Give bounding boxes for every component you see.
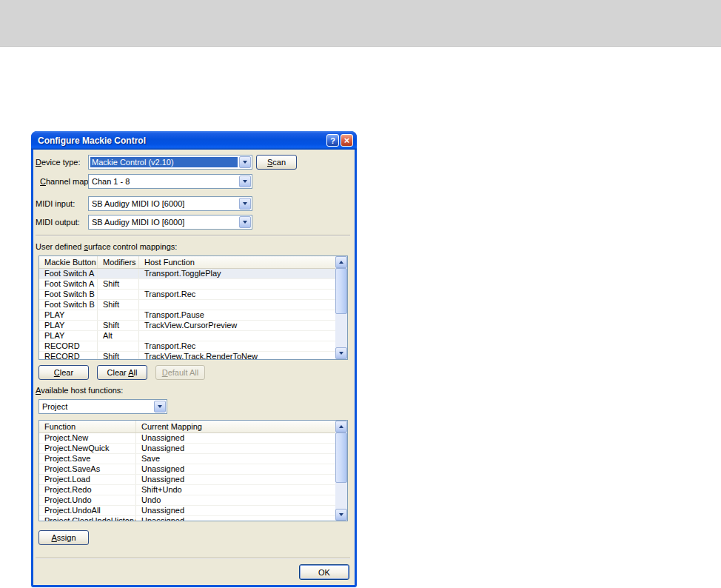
- cell-modifiers: [98, 341, 139, 351]
- dialog-titlebar[interactable]: Configure Mackie Control ? ×: [31, 131, 357, 150]
- cell-mackie-button: PLAY: [39, 331, 98, 341]
- scan-button[interactable]: Scan: [256, 155, 297, 170]
- mappings-table-body: Foot Switch A Transport.TogglePlay Foot …: [39, 269, 335, 359]
- table-row[interactable]: Project.UndoAll Unassigned: [39, 506, 335, 516]
- arrow-up-icon: [339, 425, 343, 428]
- clear-button[interactable]: Clear: [38, 365, 89, 380]
- ok-button[interactable]: OK: [299, 564, 349, 580]
- cell-modifiers: Alt: [98, 331, 139, 341]
- scroll-up-button[interactable]: [335, 256, 347, 268]
- scroll-down-button[interactable]: [335, 509, 347, 521]
- host-functions-table-body: Project.New Unassigned Project.NewQuick …: [39, 433, 335, 521]
- cell-mackie-button: Foot Switch B: [39, 290, 98, 299]
- column-header-modifiers[interactable]: Modifiers: [98, 256, 139, 268]
- close-button[interactable]: ×: [341, 134, 353, 147]
- column-header-mackie-button[interactable]: Mackie Button: [39, 256, 98, 268]
- cell-modifiers: Shift: [98, 352, 139, 359]
- cell-current-mapping: Shift+Undo: [136, 485, 335, 495]
- cell-mackie-button: RECORD: [39, 341, 98, 351]
- cell-modifiers: [98, 310, 139, 320]
- assign-button[interactable]: Assign: [38, 530, 89, 545]
- cell-mackie-button: PLAY: [39, 310, 98, 320]
- cell-host-function: Transport.Rec: [139, 341, 335, 351]
- column-header-function[interactable]: Function: [39, 421, 136, 432]
- arrow-down-icon: [339, 513, 343, 516]
- table-row[interactable]: Project.SaveAs Unassigned: [39, 464, 335, 475]
- midi-output-dropdown-button[interactable]: [239, 216, 251, 228]
- cell-mackie-button: Foot Switch A: [39, 279, 98, 289]
- device-type-select[interactable]: Mackie Control (v2.10): [88, 155, 252, 170]
- host-function-category-value: Project: [41, 401, 152, 412]
- midi-output-select[interactable]: SB Audigy MIDI IO [6000]: [88, 215, 252, 230]
- clear-all-button[interactable]: Clear All: [97, 365, 147, 380]
- host-functions-label: Available host functions:: [36, 385, 123, 395]
- table-row[interactable]: Project.Undo Undo: [39, 495, 335, 506]
- cell-modifiers: Shift: [98, 321, 139, 330]
- cell-host-function: TrackView.CursorPreview: [139, 321, 335, 330]
- chevron-down-icon: [243, 180, 247, 183]
- arrow-down-icon: [339, 352, 343, 355]
- scroll-up-button[interactable]: [335, 421, 347, 432]
- cell-modifiers: Shift: [98, 300, 139, 310]
- host-functions-scrollbar[interactable]: [335, 421, 347, 521]
- app-toolbar-area: [0, 0, 721, 47]
- midi-input-value: SB Audigy MIDI IO [6000]: [90, 198, 238, 209]
- cell-host-function: Transport.Rec: [139, 290, 335, 299]
- mappings-scrollbar[interactable]: [335, 256, 347, 359]
- table-row[interactable]: Foot Switch B Transport.Rec: [39, 290, 335, 300]
- table-row[interactable]: Project.Save Save: [39, 454, 335, 464]
- arrow-up-icon: [339, 261, 343, 264]
- cell-function: Project.ClearUndoHistory: [39, 516, 136, 521]
- cell-host-function: [139, 331, 335, 341]
- table-row[interactable]: Foot Switch A Transport.TogglePlay: [39, 269, 335, 279]
- separator: [36, 558, 350, 559]
- cell-function: Project.SaveAs: [39, 464, 136, 474]
- column-header-current-mapping[interactable]: Current Mapping: [136, 421, 335, 432]
- column-header-host-function[interactable]: Host Function: [139, 256, 335, 268]
- mappings-table-header: Mackie Button Modifiers Host Function: [39, 256, 335, 269]
- midi-input-select[interactable]: SB Audigy MIDI IO [6000]: [88, 196, 252, 211]
- help-button[interactable]: ?: [326, 134, 339, 147]
- midi-input-dropdown-button[interactable]: [239, 198, 251, 210]
- table-row[interactable]: Project.New Unassigned: [39, 433, 335, 444]
- cell-current-mapping: Unassigned: [136, 475, 335, 484]
- device-type-dropdown-button[interactable]: [239, 156, 251, 168]
- device-type-label: Device type:: [36, 157, 81, 167]
- chevron-down-icon: [158, 405, 162, 408]
- table-row[interactable]: PLAY Transport.Pause: [39, 310, 335, 321]
- table-row[interactable]: PLAY Alt: [39, 331, 335, 341]
- table-row[interactable]: Project.NewQuick Unassigned: [39, 444, 335, 454]
- table-row[interactable]: RECORD Shift TrackView.Track.RenderToNew: [39, 352, 335, 359]
- close-icon: ×: [344, 135, 350, 146]
- cell-host-function: TrackView.Track.RenderToNew: [139, 352, 335, 359]
- table-row[interactable]: Foot Switch B Shift: [39, 300, 335, 310]
- scrollbar-thumb[interactable]: [335, 432, 347, 483]
- cell-mackie-button: RECORD: [39, 352, 98, 359]
- table-row[interactable]: Project.Redo Shift+Undo: [39, 485, 335, 495]
- host-category-dropdown-button[interactable]: [154, 401, 166, 412]
- midi-output-value: SB Audigy MIDI IO [6000]: [90, 217, 238, 227]
- cell-host-function: [139, 279, 335, 289]
- channel-mapping-select[interactable]: Chan 1 - 8: [88, 174, 252, 189]
- table-row[interactable]: Project.ClearUndoHistory Unassigned: [39, 516, 335, 521]
- question-icon: ?: [330, 136, 335, 145]
- scrollbar-thumb[interactable]: [335, 268, 347, 314]
- cell-current-mapping: Unassigned: [136, 516, 335, 521]
- cell-current-mapping: Unassigned: [136, 464, 335, 474]
- table-row[interactable]: Foot Switch A Shift: [39, 279, 335, 290]
- channel-mapping-dropdown-button[interactable]: [239, 176, 251, 187]
- mappings-table: Mackie Button Modifiers Host Function Fo…: [38, 255, 348, 360]
- table-row[interactable]: PLAY Shift TrackView.CursorPreview: [39, 321, 335, 331]
- cell-current-mapping: Undo: [136, 495, 335, 505]
- scroll-down-button[interactable]: [335, 347, 347, 359]
- table-row[interactable]: RECORD Transport.Rec: [39, 341, 335, 352]
- cell-mackie-button: Foot Switch B: [39, 300, 98, 310]
- cell-host-function: [139, 300, 335, 310]
- cell-current-mapping: Unassigned: [136, 433, 335, 443]
- table-row[interactable]: Project.Load Unassigned: [39, 475, 335, 485]
- host-function-category-select[interactable]: Project: [38, 399, 167, 414]
- configure-mackie-control-dialog: Configure Mackie Control ? × Device type…: [31, 131, 357, 587]
- cell-mackie-button: PLAY: [39, 321, 98, 330]
- cell-function: Project.New: [39, 433, 136, 443]
- cell-host-function: Transport.Pause: [139, 310, 335, 320]
